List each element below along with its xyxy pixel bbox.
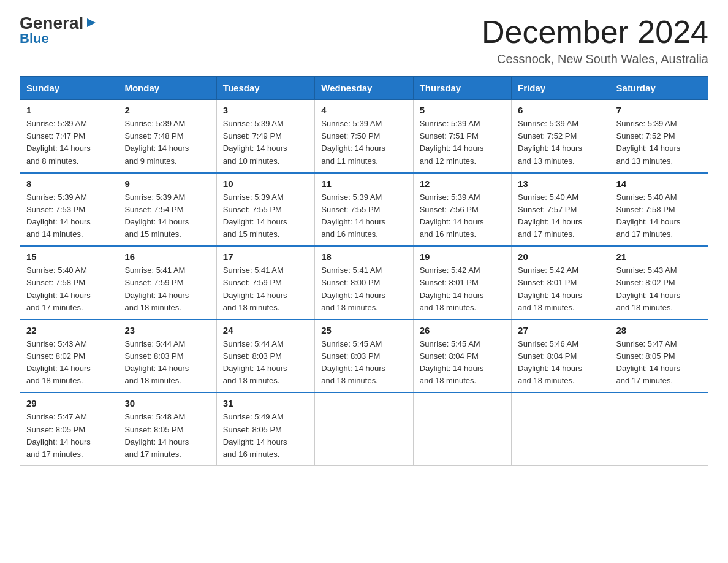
day-info: Sunrise: 5:44 AMSunset: 8:03 PMDaylight:… (124, 338, 210, 388)
logo-general: General (20, 15, 83, 32)
day-number: 12 (420, 178, 505, 189)
day-number: 4 (321, 105, 406, 115)
calendar-cell: 3Sunrise: 5:39 AMSunset: 7:49 PMDaylight… (216, 100, 314, 173)
day-info: Sunrise: 5:40 AMSunset: 7:58 PMDaylight:… (26, 264, 112, 314)
day-info: Sunrise: 5:47 AMSunset: 8:05 PMDaylight:… (26, 411, 112, 461)
title-block: December 2024 Cessnock, New South Wales,… (482, 15, 708, 66)
day-number: 24 (223, 325, 308, 335)
header-thursday: Thursday (413, 77, 511, 100)
calendar-cell: 4Sunrise: 5:39 AMSunset: 7:50 PMDaylight… (315, 100, 413, 173)
day-info: Sunrise: 5:39 AMSunset: 7:55 PMDaylight:… (223, 191, 308, 241)
day-info: Sunrise: 5:39 AMSunset: 7:53 PMDaylight:… (26, 191, 112, 241)
calendar-cell: 5Sunrise: 5:39 AMSunset: 7:51 PMDaylight… (413, 100, 511, 173)
logo: General Blue (20, 15, 98, 47)
header-sunday: Sunday (20, 77, 118, 100)
day-info: Sunrise: 5:45 AMSunset: 8:03 PMDaylight:… (321, 338, 406, 388)
day-info: Sunrise: 5:49 AMSunset: 8:05 PMDaylight:… (223, 411, 308, 461)
day-number: 23 (124, 325, 210, 335)
day-info: Sunrise: 5:42 AMSunset: 8:01 PMDaylight:… (518, 264, 603, 314)
logo-icon (85, 16, 98, 29)
day-number: 2 (124, 105, 210, 115)
day-number: 31 (223, 398, 308, 408)
main-title: December 2024 (482, 15, 708, 50)
day-info: Sunrise: 5:39 AMSunset: 7:50 PMDaylight:… (321, 118, 406, 167)
header-tuesday: Tuesday (216, 77, 314, 100)
day-number: 16 (124, 251, 210, 262)
day-number: 14 (616, 178, 702, 189)
day-number: 7 (616, 105, 702, 115)
calendar-cell: 17Sunrise: 5:41 AMSunset: 7:59 PMDayligh… (216, 246, 314, 320)
calendar-week-4: 22Sunrise: 5:43 AMSunset: 8:02 PMDayligh… (20, 320, 708, 393)
header-monday: Monday (118, 77, 216, 100)
calendar-cell: 15Sunrise: 5:40 AMSunset: 7:58 PMDayligh… (20, 246, 118, 320)
calendar-cell: 14Sunrise: 5:40 AMSunset: 7:58 PMDayligh… (610, 173, 708, 247)
day-info: Sunrise: 5:43 AMSunset: 8:02 PMDaylight:… (616, 264, 702, 314)
calendar-cell: 9Sunrise: 5:39 AMSunset: 7:54 PMDaylight… (118, 173, 216, 247)
day-number: 30 (124, 398, 210, 408)
calendar-cell: 1Sunrise: 5:39 AMSunset: 7:47 PMDaylight… (20, 100, 118, 173)
calendar-cell: 18Sunrise: 5:41 AMSunset: 8:00 PMDayligh… (315, 246, 413, 320)
calendar-cell: 22Sunrise: 5:43 AMSunset: 8:02 PMDayligh… (20, 320, 118, 393)
calendar-week-2: 8Sunrise: 5:39 AMSunset: 7:53 PMDaylight… (20, 173, 708, 247)
calendar-cell (610, 393, 708, 465)
day-number: 5 (420, 105, 505, 115)
calendar-week-1: 1Sunrise: 5:39 AMSunset: 7:47 PMDaylight… (20, 100, 708, 173)
calendar-cell: 31Sunrise: 5:49 AMSunset: 8:05 PMDayligh… (216, 393, 314, 465)
calendar-cell: 25Sunrise: 5:45 AMSunset: 8:03 PMDayligh… (315, 320, 413, 393)
calendar-table: SundayMondayTuesdayWednesdayThursdayFrid… (20, 76, 708, 466)
calendar-cell (512, 393, 610, 465)
day-info: Sunrise: 5:39 AMSunset: 7:51 PMDaylight:… (420, 118, 505, 167)
day-info: Sunrise: 5:43 AMSunset: 8:02 PMDaylight:… (26, 338, 112, 388)
calendar-cell: 19Sunrise: 5:42 AMSunset: 8:01 PMDayligh… (413, 246, 511, 320)
day-number: 11 (321, 178, 406, 189)
calendar-cell: 20Sunrise: 5:42 AMSunset: 8:01 PMDayligh… (512, 246, 610, 320)
day-info: Sunrise: 5:39 AMSunset: 7:56 PMDaylight:… (420, 191, 505, 241)
calendar-cell: 13Sunrise: 5:40 AMSunset: 7:57 PMDayligh… (512, 173, 610, 247)
header-saturday: Saturday (610, 77, 708, 100)
header-wednesday: Wednesday (315, 77, 413, 100)
day-number: 10 (223, 178, 308, 189)
day-number: 1 (26, 105, 112, 115)
logo-blue: Blue (20, 31, 49, 47)
day-info: Sunrise: 5:45 AMSunset: 8:04 PMDaylight:… (420, 338, 505, 388)
calendar-cell: 29Sunrise: 5:47 AMSunset: 8:05 PMDayligh… (20, 393, 118, 465)
day-number: 6 (518, 105, 603, 115)
day-number: 13 (518, 178, 603, 189)
calendar-cell (315, 393, 413, 465)
day-info: Sunrise: 5:41 AMSunset: 7:59 PMDaylight:… (223, 264, 308, 314)
day-number: 8 (26, 178, 112, 189)
day-info: Sunrise: 5:39 AMSunset: 7:52 PMDaylight:… (518, 118, 603, 167)
calendar-cell: 27Sunrise: 5:46 AMSunset: 8:04 PMDayligh… (512, 320, 610, 393)
day-number: 27 (518, 325, 603, 335)
day-number: 9 (124, 178, 210, 189)
calendar-cell: 16Sunrise: 5:41 AMSunset: 7:59 PMDayligh… (118, 246, 216, 320)
day-number: 15 (26, 251, 112, 262)
calendar-week-5: 29Sunrise: 5:47 AMSunset: 8:05 PMDayligh… (20, 393, 708, 465)
calendar-cell: 12Sunrise: 5:39 AMSunset: 7:56 PMDayligh… (413, 173, 511, 247)
day-info: Sunrise: 5:48 AMSunset: 8:05 PMDaylight:… (124, 411, 210, 461)
calendar-header-row: SundayMondayTuesdayWednesdayThursdayFrid… (20, 77, 708, 100)
day-info: Sunrise: 5:46 AMSunset: 8:04 PMDaylight:… (518, 338, 603, 388)
day-info: Sunrise: 5:39 AMSunset: 7:48 PMDaylight:… (124, 118, 210, 167)
day-number: 22 (26, 325, 112, 335)
day-info: Sunrise: 5:40 AMSunset: 7:57 PMDaylight:… (518, 191, 603, 241)
day-info: Sunrise: 5:40 AMSunset: 7:58 PMDaylight:… (616, 191, 702, 241)
calendar-week-3: 15Sunrise: 5:40 AMSunset: 7:58 PMDayligh… (20, 246, 708, 320)
day-number: 19 (420, 251, 505, 262)
header: General Blue December 2024 Cessnock, New… (20, 15, 708, 66)
day-number: 25 (321, 325, 406, 335)
calendar-cell: 23Sunrise: 5:44 AMSunset: 8:03 PMDayligh… (118, 320, 216, 393)
day-number: 21 (616, 251, 702, 262)
day-info: Sunrise: 5:47 AMSunset: 8:05 PMDaylight:… (616, 338, 702, 388)
calendar-cell: 24Sunrise: 5:44 AMSunset: 8:03 PMDayligh… (216, 320, 314, 393)
day-number: 18 (321, 251, 406, 262)
calendar-cell: 30Sunrise: 5:48 AMSunset: 8:05 PMDayligh… (118, 393, 216, 465)
calendar-cell: 6Sunrise: 5:39 AMSunset: 7:52 PMDaylight… (512, 100, 610, 173)
day-info: Sunrise: 5:39 AMSunset: 7:54 PMDaylight:… (124, 191, 210, 241)
calendar-cell: 7Sunrise: 5:39 AMSunset: 7:52 PMDaylight… (610, 100, 708, 173)
day-number: 26 (420, 325, 505, 335)
subtitle: Cessnock, New South Wales, Australia (482, 52, 708, 66)
day-info: Sunrise: 5:39 AMSunset: 7:55 PMDaylight:… (321, 191, 406, 241)
calendar-cell: 8Sunrise: 5:39 AMSunset: 7:53 PMDaylight… (20, 173, 118, 247)
day-info: Sunrise: 5:41 AMSunset: 7:59 PMDaylight:… (124, 264, 210, 314)
